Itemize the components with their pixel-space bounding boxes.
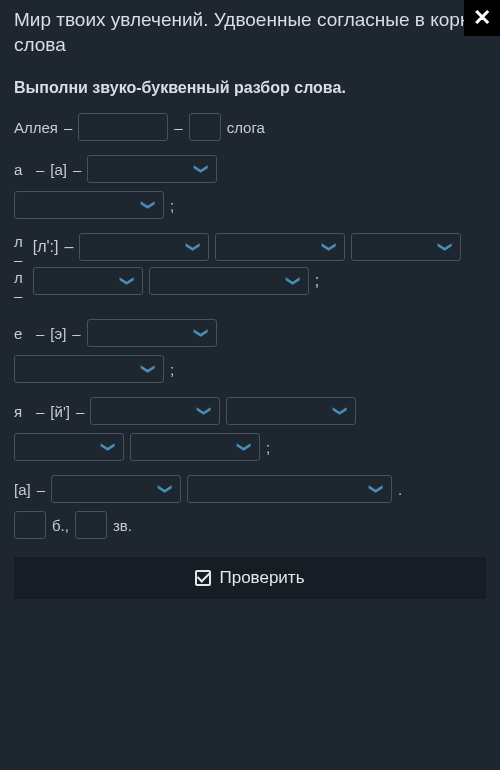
select-ya-4[interactable]: ❯ (130, 433, 260, 461)
chevron-down-icon: ❯ (141, 199, 157, 211)
sound-ll: [л':] (33, 238, 59, 256)
period: . (398, 481, 402, 498)
dash: – (36, 403, 44, 420)
letter-l1: л (14, 233, 23, 251)
select-a2-1[interactable]: ❯ (51, 475, 181, 503)
letter-e: е (14, 325, 30, 342)
letter-a-row: а – [а] – ❯ (14, 155, 486, 183)
sound-a2: [а] (14, 481, 31, 498)
word-transcription-input[interactable] (78, 113, 168, 141)
word-row: Аллея – – слога (14, 113, 486, 141)
semicolon: ; (266, 439, 270, 456)
syllable-label: слога (227, 119, 265, 136)
close-button[interactable]: ✕ (464, 0, 500, 36)
chevron-down-icon: ❯ (333, 405, 349, 417)
check-label: Проверить (219, 568, 304, 588)
chevron-down-icon: ❯ (186, 241, 202, 253)
chevron-down-icon: ❯ (322, 241, 338, 253)
check-button[interactable]: Проверить (14, 557, 486, 599)
select-ya-3[interactable]: ❯ (14, 433, 124, 461)
letter-ya: я (14, 403, 30, 420)
dash: – (14, 287, 23, 305)
select-e-1[interactable]: ❯ (87, 319, 217, 347)
semicolon: ; (315, 272, 319, 290)
select-a-2[interactable]: ❯ (14, 191, 164, 219)
select-ll-1[interactable]: ❯ (79, 233, 209, 261)
letters-count-input[interactable] (14, 511, 46, 539)
word-label: Аллея (14, 119, 58, 136)
chevron-down-icon: ❯ (194, 327, 210, 339)
sound-e: [э] (50, 325, 66, 342)
chevron-down-icon: ❯ (286, 275, 302, 287)
select-ll-5[interactable]: ❯ (149, 267, 309, 295)
chevron-down-icon: ❯ (158, 483, 174, 495)
chevron-down-icon: ❯ (101, 441, 117, 453)
dash: – (64, 119, 72, 136)
letter-e-row2: ❯ ; (14, 355, 486, 383)
ll-controls: [л':] – ❯ ❯ ❯ ❯ ❯ ; (33, 233, 486, 295)
dash: – (37, 481, 45, 498)
select-e-2[interactable]: ❯ (14, 355, 164, 383)
chevron-down-icon: ❯ (369, 483, 385, 495)
select-a-1[interactable]: ❯ (87, 155, 217, 183)
exercise-content: Мир твоих увлечений. Удвоенные согласные… (0, 0, 500, 539)
letter-l2: л (14, 269, 23, 287)
dash: – (174, 119, 182, 136)
letter-a: а (14, 161, 30, 178)
letter-ll-block: л – л – [л':] – ❯ ❯ ❯ ❯ ❯ ; (14, 233, 486, 305)
dash: – (14, 251, 23, 269)
chevron-down-icon: ❯ (237, 441, 253, 453)
dash: – (36, 325, 44, 342)
sound-a2-row: [а] – ❯ ❯ . (14, 475, 486, 503)
chevron-down-icon: ❯ (197, 405, 213, 417)
sound-a: [а] (50, 161, 67, 178)
select-a2-2[interactable]: ❯ (187, 475, 392, 503)
letter-ll-stack: л – л – (14, 233, 23, 305)
letters-label: б., (52, 517, 69, 534)
syllable-count-input[interactable] (189, 113, 221, 141)
chevron-down-icon: ❯ (194, 163, 210, 175)
letter-ya-row: я – [й'] – ❯ ❯ (14, 397, 486, 425)
select-ll-3[interactable]: ❯ (351, 233, 461, 261)
page-title: Мир твоих увлечений. Удвоенные согласные… (14, 8, 486, 57)
select-ll-2[interactable]: ❯ (215, 233, 345, 261)
dash: – (72, 325, 80, 342)
semicolon: ; (170, 361, 174, 378)
select-ll-4[interactable]: ❯ (33, 267, 143, 295)
sounds-count-input[interactable] (75, 511, 107, 539)
dash: – (73, 161, 81, 178)
task-instruction: Выполни звуко-буквенный разбор слова. (14, 79, 486, 97)
letter-ya-row2: ❯ ❯ ; (14, 433, 486, 461)
summary-row: б., зв. (14, 511, 486, 539)
sound-ya: [й'] (50, 403, 70, 420)
dash: – (65, 238, 74, 256)
semicolon: ; (170, 197, 174, 214)
chevron-down-icon: ❯ (141, 363, 157, 375)
chevron-down-icon: ❯ (120, 275, 136, 287)
check-icon (195, 570, 211, 586)
dash: – (76, 403, 84, 420)
letter-e-row: е – [э] – ❯ (14, 319, 486, 347)
select-ya-1[interactable]: ❯ (90, 397, 220, 425)
dash: – (36, 161, 44, 178)
letter-a-row2: ❯ ; (14, 191, 486, 219)
chevron-down-icon: ❯ (438, 241, 454, 253)
select-ya-2[interactable]: ❯ (226, 397, 356, 425)
close-icon: ✕ (473, 5, 491, 31)
sounds-label: зв. (113, 517, 132, 534)
